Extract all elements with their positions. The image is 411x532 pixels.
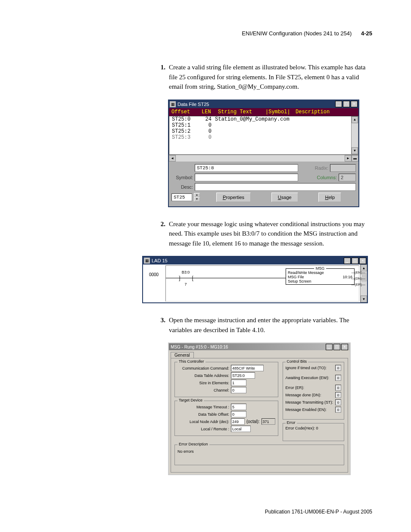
minimize-button[interactable]: _ <box>335 101 342 107</box>
col-description: Description <box>296 109 330 115</box>
vertical-scrollbar[interactable]: ▲ ▼ <box>351 116 358 154</box>
close-button[interactable]: × <box>351 101 358 107</box>
step-number: 2. <box>155 219 165 249</box>
maximize-button[interactable]: □ <box>333 344 340 350</box>
page-footer: Publication 1761-UM006E-EN-P - August 20… <box>265 509 372 515</box>
xic-contact[interactable]: B3:0 ］ ［ 7 <box>178 270 193 286</box>
symbol-label: Symbol: <box>171 175 193 180</box>
page-header: ENI/ENIW Configuration (Nodes 241 to 254… <box>39 30 372 37</box>
maximize-button[interactable]: □ <box>343 101 350 107</box>
size-input[interactable]: 1 <box>231 380 246 386</box>
col-symbol: |Symbol| <box>265 109 291 115</box>
window-icon: ▦ <box>170 101 176 107</box>
comm-command-label: Communication Command: <box>177 366 231 370</box>
error-code: Error Code(Hex): 0 <box>286 426 341 430</box>
figure-lad: ▦ LAD 15 _ □ × 0000 B3:0 ］ ［ 7 <box>142 256 372 303</box>
channel-label: Channel: <box>177 388 231 392</box>
symbol-input[interactable] <box>195 174 298 181</box>
error-description: No errors <box>177 448 341 454</box>
scroll-down-icon[interactable]: ▼ <box>352 147 358 154</box>
window-icon: ▦ <box>144 258 150 264</box>
data-table-offset-input[interactable]: 0 <box>231 411 246 417</box>
tab-general[interactable]: General <box>171 352 194 358</box>
msg-instruction[interactable]: MSG Read/Write Message MSG File 10:16 Se… <box>286 268 355 285</box>
window-title: LAD 15 <box>152 258 344 263</box>
col-string-text: String Text <box>218 109 261 115</box>
spin-up-icon[interactable]: ▲ <box>194 193 200 197</box>
address-input[interactable]: ST25:8 <box>195 164 298 172</box>
data-table-address-input[interactable]: ST25:0 <box>231 372 255 379</box>
timeout-input[interactable]: 5 <box>231 404 246 410</box>
close-button[interactable]: × <box>359 258 366 264</box>
ladder-rung-area[interactable]: B3:0 ］ ［ 7 MSG Read/Write Message MSG Fi… <box>165 265 359 302</box>
scroll-left-icon[interactable]: ◄ <box>169 155 176 162</box>
contact-symbol-icon: ］ ［ <box>178 274 193 282</box>
channel-input[interactable]: 0 <box>231 387 246 393</box>
scroll-right-icon[interactable]: ► <box>345 155 352 162</box>
data-table-offset-label: Data Table Offset: <box>177 412 231 417</box>
comm-command-input[interactable]: 485CIF Write <box>231 365 264 371</box>
radix-dropdown <box>330 164 356 172</box>
figure-msg-dialog: MSG - Rung #15:0 - MG10:16 _ □ × General… <box>168 342 372 475</box>
group-control-bits: Control Bits Ignore if timed out (TO):0 … <box>283 362 344 420</box>
octal-label: (octal): <box>246 419 260 424</box>
size-label: Size in Elements: <box>177 381 231 385</box>
radix-label: Radix: <box>315 165 328 171</box>
en-bit[interactable]: 0 <box>335 407 341 413</box>
to-bit[interactable]: 0 <box>335 365 341 371</box>
titlebar[interactable]: ▦ Data File ST25 _ □ × <box>169 100 358 108</box>
properties-button[interactable]: Properties <box>216 193 251 202</box>
step-body: Create a valid string file element as il… <box>169 62 372 92</box>
scroll-up-icon[interactable]: ▲ <box>352 116 358 123</box>
dialog-title: MSG - Rung #15:0 - MG10:16 <box>171 345 326 349</box>
desc-input[interactable] <box>195 183 356 191</box>
step-body: Open the message instruction and enter t… <box>169 315 372 335</box>
group-error-description: Error Description No errors <box>174 445 344 465</box>
step-2: 2. Create your message logic using whate… <box>155 219 372 249</box>
usage-button[interactable]: Usage <box>271 193 298 202</box>
col-len: LEN <box>202 109 214 115</box>
timeout-label: Message Timeout : <box>177 405 231 409</box>
step-body: Create your message logic using whatever… <box>169 219 372 249</box>
titlebar[interactable]: ▦ LAD 15 _ □ × <box>143 257 367 264</box>
table-row[interactable]: ST25:2 0 <box>169 128 358 134</box>
local-node-addr-input[interactable]: 249 <box>231 418 245 425</box>
table-row[interactable]: ST25:1 0 <box>169 122 358 128</box>
header-chapter: ENI/ENIW Configuration (Nodes 241 to 254… <box>242 30 352 37</box>
grid-header: Offset LEN String Text |Symbol| Descript… <box>169 108 358 116</box>
horizontal-scrollbar[interactable]: ◄ ► ▬ <box>169 155 358 162</box>
dn-bit[interactable]: 0 <box>335 392 341 398</box>
step-3: 3. Open the message instruction and ente… <box>155 315 372 335</box>
scroll-down-icon[interactable]: ▼ <box>361 296 367 302</box>
columns-dropdown[interactable]: 2 <box>339 174 356 181</box>
table-row[interactable]: ST25:0 24 Station_0@My_Company.com <box>169 116 358 122</box>
col-offset: Offset <box>171 109 197 115</box>
ew-bit[interactable]: 0 <box>335 375 341 381</box>
er-bit[interactable]: 0 <box>335 385 341 391</box>
help-button[interactable]: Help <box>318 193 341 202</box>
st-bit[interactable]: 0 <box>335 399 341 405</box>
local-node-addr-label: Local Node Addr (dec): <box>177 420 231 424</box>
window-title: Data File ST25 <box>177 102 335 107</box>
group-error: Error Error Code(Hex): 0 <box>283 423 344 441</box>
group-this-controller: This Controller Communication Command: 4… <box>174 362 278 397</box>
group-target-device: Target Device Message Timeout : 5 Data T… <box>174 401 278 436</box>
local-node-addr-octal: 371 <box>262 418 275 425</box>
close-button[interactable]: × <box>341 344 348 350</box>
data-table-address-label: Data Table Address: <box>177 373 231 378</box>
step-number: 1. <box>155 62 165 92</box>
file-nav-input[interactable]: ST25 <box>171 193 192 201</box>
scroll-corner-icon[interactable]: ▬ <box>352 155 358 162</box>
figure-data-file: ▦ Data File ST25 _ □ × Offset LEN String… <box>168 100 372 207</box>
spin-down-icon[interactable]: ▼ <box>194 197 200 202</box>
grid-body[interactable]: ST25:0 24 Station_0@My_Company.com ST25:… <box>169 116 358 155</box>
minimize-button[interactable]: _ <box>326 344 333 350</box>
columns-label: Columns: <box>317 175 337 180</box>
header-page-number: 4-25 <box>361 30 372 37</box>
minimize-button[interactable]: _ <box>344 258 351 264</box>
local-remote-input[interactable]: Local <box>231 426 251 432</box>
table-row[interactable]: ST25:3 0 <box>169 134 358 140</box>
desc-label: Desc: <box>171 184 193 190</box>
titlebar[interactable]: MSG - Rung #15:0 - MG10:16 _ □ × <box>169 343 350 350</box>
maximize-button[interactable]: □ <box>352 258 358 264</box>
